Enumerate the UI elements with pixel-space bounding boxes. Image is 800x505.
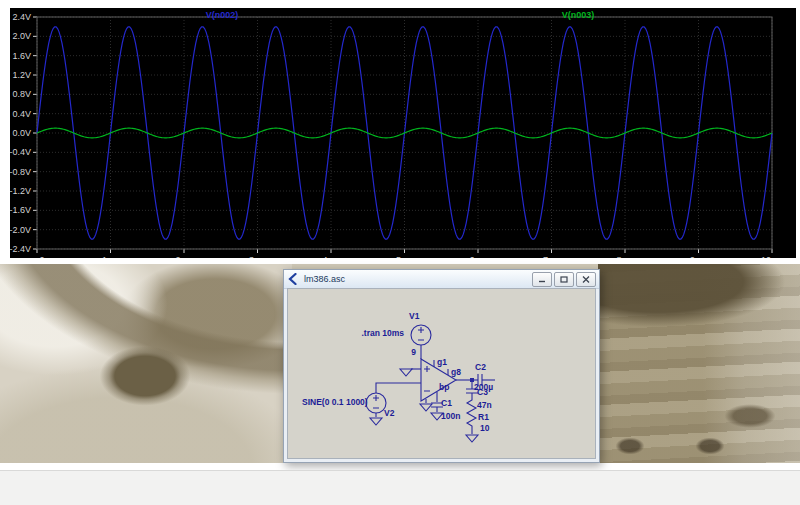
schematic-titlebar[interactable]: lm386.asc	[284, 270, 599, 289]
y-axis-tick: 0.0V	[12, 128, 31, 138]
waveform-window: 2.4V2.0V1.6V1.2V0.8V0.4V0.0V-0.4V-0.8V-1…	[0, 0, 800, 264]
schematic-label[interactable]: SINE(0 0.1 1000)	[302, 397, 368, 407]
y-axis-tick: 1.6V	[12, 51, 31, 61]
trace-label[interactable]: V(n002)	[206, 10, 239, 20]
restore-icon	[560, 276, 568, 283]
x-axis-tick: 0ms	[39, 255, 57, 258]
schematic-label[interactable]: g8	[451, 367, 461, 377]
schematic-label[interactable]: R1	[478, 412, 489, 422]
x-axis-tick: 10ms	[761, 255, 784, 258]
trace-label[interactable]: V(n003)	[562, 10, 595, 20]
x-axis-tick: 7ms	[543, 255, 561, 258]
y-axis-tick: -1.2V	[10, 186, 31, 196]
schematic-label[interactable]: 10	[480, 423, 490, 433]
schematic-drawing: V1.tran 10ms9g1g8bpC2200µC347nR110C1100n…	[288, 289, 596, 459]
schematic-label[interactable]: g1	[437, 357, 447, 367]
waveform-plot-pane[interactable]: 2.4V2.0V1.6V1.2V0.8V0.4V0.0V-0.4V-0.8V-1…	[10, 8, 796, 258]
y-axis-tick: 0.8V	[12, 89, 31, 99]
x-axis-tick: 8ms	[616, 255, 634, 258]
y-axis-tick: -0.4V	[10, 147, 31, 157]
window-controls	[532, 272, 596, 287]
v2-source-symbol[interactable]	[366, 383, 421, 425]
restore-button[interactable]	[554, 272, 574, 287]
schematic-label[interactable]: V2	[384, 408, 395, 418]
minimize-icon	[538, 276, 546, 283]
x-axis-tick: 5ms	[396, 255, 414, 258]
schematic-label[interactable]: bp	[439, 382, 449, 392]
schematic-window: lm386.asc	[283, 269, 600, 463]
x-axis-tick: 9ms	[690, 255, 708, 258]
y-axis-tick: 1.2V	[12, 70, 31, 80]
y-axis-tick: -0.8V	[10, 167, 31, 177]
screen: 2.4V2.0V1.6V1.2V0.8V0.4V0.0V-0.4V-0.8V-1…	[0, 0, 800, 505]
schematic-label[interactable]: V1	[409, 311, 420, 321]
y-axis-tick: 2.0V	[12, 31, 31, 41]
x-axis-tick: 2ms	[175, 255, 193, 258]
schematic-label[interactable]: 9	[411, 347, 416, 357]
bottom-panel	[0, 470, 800, 505]
schematic-labels: V1.tran 10ms9g1g8bpC2200µC347nR110C1100n…	[302, 311, 493, 433]
schematic-label[interactable]: C1	[441, 398, 452, 408]
y-axis-tick: -2.4V	[10, 244, 31, 254]
x-axis-tick: 1ms	[102, 255, 120, 258]
wallpaper-right-area	[598, 264, 800, 463]
ground-symbol	[400, 369, 421, 376]
x-axis-tick: 3ms	[249, 255, 267, 258]
x-axis-tick: 4ms	[322, 255, 340, 258]
x-axis-tick: 6ms	[469, 255, 487, 258]
y-axis-tick: -1.6V	[10, 205, 31, 215]
schematic-label[interactable]: 100n	[441, 411, 460, 421]
y-axis-tick: 0.4V	[12, 109, 31, 119]
schematic-label[interactable]: C3	[477, 387, 488, 397]
ltspice-app-icon	[287, 273, 299, 285]
ground-symbol	[420, 404, 432, 411]
schematic-canvas[interactable]: V1.tran 10ms9g1g8bpC2200µC347nR110C1100n…	[287, 288, 596, 459]
close-button[interactable]	[576, 272, 596, 287]
window-title: lm386.asc	[304, 274, 345, 284]
y-axis-tick: 2.4V	[12, 12, 31, 22]
y-axis-tick: -2.0V	[10, 225, 31, 235]
schematic-label[interactable]: .tran 10ms	[361, 328, 404, 338]
wallpaper-left-area	[0, 264, 292, 463]
minimize-button[interactable]	[532, 272, 552, 287]
waveform-plot[interactable]: 2.4V2.0V1.6V1.2V0.8V0.4V0.0V-0.4V-0.8V-1…	[10, 8, 796, 258]
schematic-label[interactable]: 47n	[477, 400, 492, 410]
close-icon	[582, 276, 590, 283]
schematic-label[interactable]: C2	[475, 362, 486, 372]
